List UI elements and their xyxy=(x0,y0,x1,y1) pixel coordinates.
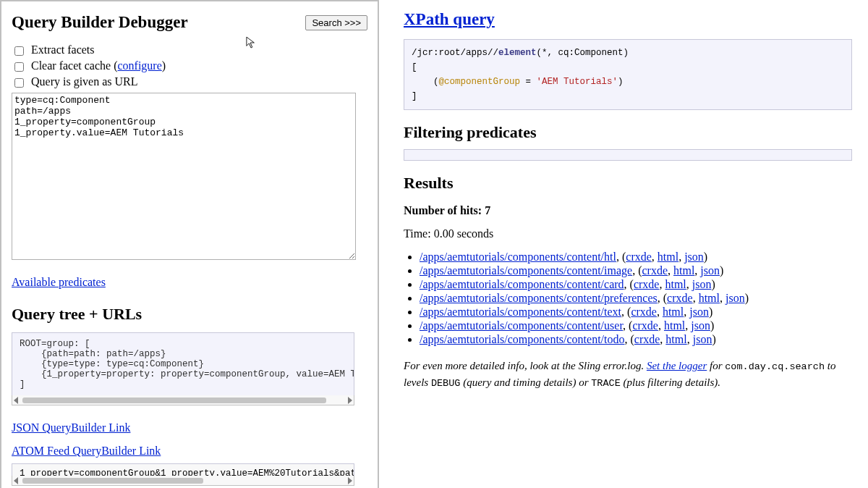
atom-feed-link[interactable]: ATOM Feed QueryBuilder Link xyxy=(12,445,367,458)
xpath-part: ] xyxy=(412,91,417,101)
checkbox-clear-cache-row: Clear facet cache (configure) xyxy=(12,58,367,74)
checkbox-extract-facets-row: Extract facets xyxy=(12,42,367,58)
result-path-link[interactable]: /apps/aemtutorials/components/content/to… xyxy=(420,333,625,345)
note-package: com.day.cq.search xyxy=(725,361,825,372)
configure-link[interactable]: configure xyxy=(117,59,161,72)
result-list: /apps/aemtutorials/components/content/ht… xyxy=(420,251,852,346)
html-link[interactable]: html xyxy=(699,292,720,304)
crxde-link[interactable]: crxde xyxy=(631,306,657,318)
note-level: DEBUG xyxy=(431,378,461,389)
crxde-link[interactable]: crxde xyxy=(634,278,660,290)
html-link[interactable]: html xyxy=(665,278,686,290)
checkbox-clear-label-prefix: Clear facet cache ( xyxy=(31,59,117,72)
list-item: /apps/aemtutorials/components/content/to… xyxy=(420,333,852,346)
xpath-part: ( xyxy=(412,77,439,87)
crxde-link[interactable]: crxde xyxy=(667,292,693,304)
crxde-link[interactable]: crxde xyxy=(626,251,652,263)
xpath-part: ) xyxy=(618,77,624,87)
available-predicates-link[interactable]: Available predicates xyxy=(12,276,367,289)
scrollbar[interactable] xyxy=(12,476,354,486)
hit-count: Number of hits: 7 xyxy=(404,204,852,217)
xpath-code: /jcr:root/apps//element(*, cq:Component)… xyxy=(404,39,852,110)
json-link[interactable]: json xyxy=(693,333,712,345)
json-link[interactable]: json xyxy=(700,264,720,277)
filtering-box xyxy=(404,149,852,161)
checkbox-url[interactable] xyxy=(14,78,24,88)
note-text: (query and timing details) or xyxy=(460,376,591,388)
html-link[interactable]: html xyxy=(663,306,684,318)
footer-note: For even more detailed info, look at the… xyxy=(404,358,852,392)
result-path-link[interactable]: /apps/aemtutorials/components/content/te… xyxy=(420,306,621,318)
xpath-heading: XPath query xyxy=(404,10,852,29)
list-item: /apps/aemtutorials/components/content/us… xyxy=(420,319,852,332)
result-path-link[interactable]: /apps/aemtutorials/components/content/ca… xyxy=(420,278,624,290)
xpath-part: /jcr:root/apps// xyxy=(412,48,498,58)
xpath-part: element xyxy=(498,48,537,58)
page-title: Query Builder Debugger Search >>> xyxy=(12,13,367,32)
xpath-query-link[interactable]: XPath query xyxy=(404,10,495,28)
checkbox-clear-label-suffix: ) xyxy=(162,59,166,72)
query-textarea[interactable] xyxy=(12,93,356,260)
query-tree-heading: Query tree + URLs xyxy=(12,305,367,324)
json-link[interactable]: json xyxy=(684,251,704,263)
html-link[interactable]: html xyxy=(658,251,678,263)
search-button[interactable]: Search >>> xyxy=(305,15,367,30)
list-item: /apps/aemtutorials/components/content/im… xyxy=(420,264,852,277)
left-panel: Query Builder Debugger Search >>> Extrac… xyxy=(0,0,379,488)
set-logger-link[interactable]: Set the logger xyxy=(647,360,707,371)
right-panel: XPath query /jcr:root/apps//element(*, c… xyxy=(379,0,868,488)
result-path-link[interactable]: /apps/aemtutorials/components/content/us… xyxy=(420,319,623,332)
result-path-link[interactable]: /apps/aemtutorials/components/content/im… xyxy=(420,264,632,277)
note-text: for xyxy=(707,360,725,371)
json-link[interactable]: json xyxy=(691,319,710,332)
result-path-link[interactable]: /apps/aemtutorials/components/content/pr… xyxy=(420,292,658,304)
title-text: Query Builder Debugger xyxy=(12,13,188,32)
checkbox-url-label: Query is given as URL xyxy=(31,75,138,88)
json-link[interactable]: json xyxy=(726,292,745,304)
checkbox-clear-cache[interactable] xyxy=(14,62,24,72)
xpath-part: = xyxy=(520,77,537,87)
scrollbar[interactable] xyxy=(12,395,354,405)
xpath-part: 'AEM Tutorials' xyxy=(537,77,618,87)
json-querybuilder-link[interactable]: JSON QueryBuilder Link xyxy=(12,421,367,434)
crxde-link[interactable]: crxde xyxy=(632,319,658,332)
note-text: For even more detailed info, look at the… xyxy=(404,360,647,371)
xpath-part: (*, cq:Component) xyxy=(537,48,629,58)
checkbox-extract-facets[interactable] xyxy=(14,46,24,56)
list-item: /apps/aemtutorials/components/content/ca… xyxy=(420,278,852,291)
xpath-part: [ xyxy=(412,62,417,72)
crxde-link[interactable]: crxde xyxy=(634,333,660,345)
html-link[interactable]: html xyxy=(664,319,685,332)
time-label: Time: 0.00 seconds xyxy=(404,227,852,240)
crxde-link[interactable]: crxde xyxy=(642,264,668,277)
filtering-heading: Filtering predicates xyxy=(404,123,852,142)
html-link[interactable]: html xyxy=(665,333,686,345)
note-level: TRACE xyxy=(591,378,621,389)
query-tree-code: ROOT=group: [ {path=path: path=/apps} {t… xyxy=(12,332,354,396)
xpath-part: @componentGroup xyxy=(439,77,521,87)
results-heading: Results xyxy=(404,174,852,193)
result-path-link[interactable]: /apps/aemtutorials/components/content/ht… xyxy=(420,251,616,263)
list-item: /apps/aemtutorials/components/content/ht… xyxy=(420,251,852,264)
json-link[interactable]: json xyxy=(689,306,709,318)
checkbox-url-row: Query is given as URL xyxy=(12,74,367,90)
checkbox-extract-label: Extract facets xyxy=(31,43,95,56)
json-link[interactable]: json xyxy=(692,278,712,290)
html-link[interactable]: html xyxy=(673,264,694,277)
list-item: /apps/aemtutorials/components/content/pr… xyxy=(420,292,852,305)
list-item: /apps/aemtutorials/components/content/te… xyxy=(420,306,852,319)
note-text: (plus filtering details). xyxy=(621,376,720,388)
